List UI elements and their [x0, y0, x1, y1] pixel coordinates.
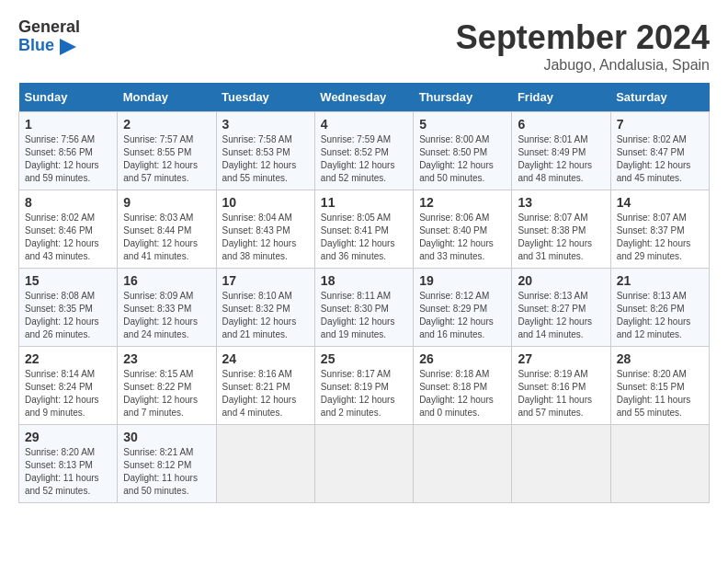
day-number: 4	[321, 117, 407, 132]
day-number: 14	[617, 195, 703, 210]
day-info: Sunrise: 8:13 AM Sunset: 8:26 PM Dayligh…	[617, 290, 703, 341]
calendar-week-row: 8 Sunrise: 8:02 AM Sunset: 8:46 PM Dayli…	[19, 190, 710, 269]
day-number: 20	[518, 273, 604, 288]
header-friday: Friday	[512, 83, 610, 112]
calendar-day-cell: 10 Sunrise: 8:04 AM Sunset: 8:43 PM Dayl…	[216, 190, 314, 269]
calendar-day-cell: 19 Sunrise: 8:12 AM Sunset: 8:29 PM Dayl…	[414, 269, 512, 347]
day-info: Sunrise: 8:01 AM Sunset: 8:49 PM Dayligh…	[518, 133, 604, 185]
day-info: Sunrise: 8:06 AM Sunset: 8:40 PM Dayligh…	[419, 212, 506, 263]
calendar-day-cell: 23 Sunrise: 8:15 AM Sunset: 8:22 PM Dayl…	[118, 347, 216, 425]
day-number: 3	[222, 117, 309, 132]
header-tuesday: Tuesday	[216, 83, 314, 112]
calendar-day-cell: 8 Sunrise: 8:02 AM Sunset: 8:46 PM Dayli…	[19, 190, 118, 269]
calendar-day-cell: 13 Sunrise: 8:07 AM Sunset: 8:38 PM Dayl…	[512, 190, 610, 269]
header-sunday: Sunday	[19, 83, 118, 112]
calendar-day-cell: 7 Sunrise: 8:02 AM Sunset: 8:47 PM Dayli…	[610, 112, 709, 190]
day-info: Sunrise: 7:56 AM Sunset: 8:56 PM Dayligh…	[25, 133, 111, 185]
calendar-day-cell: 6 Sunrise: 8:01 AM Sunset: 8:49 PM Dayli…	[512, 112, 610, 190]
day-number: 16	[123, 273, 210, 288]
day-info: Sunrise: 8:00 AM Sunset: 8:50 PM Dayligh…	[419, 133, 506, 185]
logo: General Blue	[18, 18, 80, 55]
calendar-week-row: 1 Sunrise: 7:56 AM Sunset: 8:56 PM Dayli…	[19, 112, 710, 190]
calendar-day-cell: 15 Sunrise: 8:08 AM Sunset: 8:35 PM Dayl…	[19, 269, 118, 347]
calendar-week-row: 15 Sunrise: 8:08 AM Sunset: 8:35 PM Dayl…	[19, 269, 710, 347]
day-number: 23	[123, 351, 210, 366]
day-number: 12	[419, 195, 506, 210]
calendar-day-cell: 4 Sunrise: 7:59 AM Sunset: 8:52 PM Dayli…	[314, 112, 413, 190]
calendar-day-cell	[414, 425, 512, 503]
calendar-day-cell: 28 Sunrise: 8:20 AM Sunset: 8:15 PM Dayl…	[610, 347, 709, 425]
day-number: 19	[419, 273, 506, 288]
day-info: Sunrise: 7:57 AM Sunset: 8:55 PM Dayligh…	[123, 133, 210, 185]
calendar-day-cell: 21 Sunrise: 8:13 AM Sunset: 8:26 PM Dayl…	[610, 269, 709, 347]
calendar-day-cell	[216, 425, 314, 503]
day-info: Sunrise: 8:03 AM Sunset: 8:44 PM Dayligh…	[123, 212, 210, 263]
day-number: 22	[25, 351, 111, 366]
day-number: 24	[222, 351, 309, 366]
calendar-day-cell: 17 Sunrise: 8:10 AM Sunset: 8:32 PM Dayl…	[216, 269, 314, 347]
day-number: 10	[222, 195, 309, 210]
day-info: Sunrise: 8:09 AM Sunset: 8:33 PM Dayligh…	[123, 290, 210, 341]
calendar-week-row: 22 Sunrise: 8:14 AM Sunset: 8:24 PM Dayl…	[19, 347, 710, 425]
header-saturday: Saturday	[610, 83, 709, 112]
day-info: Sunrise: 8:11 AM Sunset: 8:30 PM Dayligh…	[321, 290, 407, 341]
day-number: 28	[617, 351, 703, 366]
day-info: Sunrise: 7:58 AM Sunset: 8:53 PM Dayligh…	[222, 133, 309, 185]
day-number: 27	[518, 351, 604, 366]
calendar-day-cell	[314, 425, 413, 503]
header-thursday: Thursday	[414, 83, 512, 112]
day-info: Sunrise: 8:19 AM Sunset: 8:16 PM Dayligh…	[518, 368, 604, 419]
day-info: Sunrise: 8:02 AM Sunset: 8:47 PM Dayligh…	[617, 133, 703, 185]
day-info: Sunrise: 8:16 AM Sunset: 8:21 PM Dayligh…	[222, 368, 309, 419]
day-number: 11	[321, 195, 407, 210]
calendar-day-cell: 25 Sunrise: 8:17 AM Sunset: 8:19 PM Dayl…	[314, 347, 413, 425]
calendar-day-cell: 11 Sunrise: 8:05 AM Sunset: 8:41 PM Dayl…	[314, 190, 413, 269]
header: General Blue September 2024 Jabugo, Anda…	[18, 18, 710, 74]
day-number: 6	[518, 117, 604, 132]
calendar-day-cell: 14 Sunrise: 8:07 AM Sunset: 8:37 PM Dayl…	[610, 190, 709, 269]
day-number: 1	[25, 117, 111, 132]
calendar-day-cell: 3 Sunrise: 7:58 AM Sunset: 8:53 PM Dayli…	[216, 112, 314, 190]
header-wednesday: Wednesday	[314, 83, 413, 112]
calendar-day-cell: 1 Sunrise: 7:56 AM Sunset: 8:56 PM Dayli…	[19, 112, 118, 190]
calendar-day-cell: 24 Sunrise: 8:16 AM Sunset: 8:21 PM Dayl…	[216, 347, 314, 425]
day-info: Sunrise: 8:15 AM Sunset: 8:22 PM Dayligh…	[123, 368, 210, 419]
calendar-day-cell: 22 Sunrise: 8:14 AM Sunset: 8:24 PM Dayl…	[19, 347, 118, 425]
day-info: Sunrise: 8:20 AM Sunset: 8:13 PM Dayligh…	[25, 446, 111, 498]
day-info: Sunrise: 8:07 AM Sunset: 8:37 PM Dayligh…	[617, 212, 703, 263]
day-info: Sunrise: 8:18 AM Sunset: 8:18 PM Dayligh…	[419, 368, 506, 419]
calendar-table: Sunday Monday Tuesday Wednesday Thursday…	[18, 83, 710, 503]
calendar-week-row: 29 Sunrise: 8:20 AM Sunset: 8:13 PM Dayl…	[19, 425, 710, 503]
day-number: 5	[419, 117, 506, 132]
day-info: Sunrise: 8:08 AM Sunset: 8:35 PM Dayligh…	[25, 290, 111, 341]
day-number: 15	[25, 273, 111, 288]
location-title: Jabugo, Andalusia, Spain	[456, 57, 710, 74]
calendar-day-cell: 20 Sunrise: 8:13 AM Sunset: 8:27 PM Dayl…	[512, 269, 610, 347]
day-info: Sunrise: 8:12 AM Sunset: 8:29 PM Dayligh…	[419, 290, 506, 341]
day-number: 8	[25, 195, 111, 210]
svg-marker-0	[60, 39, 76, 55]
day-number: 17	[222, 273, 309, 288]
title-area: September 2024 Jabugo, Andalusia, Spain	[456, 18, 710, 74]
day-info: Sunrise: 7:59 AM Sunset: 8:52 PM Dayligh…	[321, 133, 407, 185]
month-title: September 2024	[456, 18, 710, 57]
day-info: Sunrise: 8:05 AM Sunset: 8:41 PM Dayligh…	[321, 212, 407, 263]
day-info: Sunrise: 8:21 AM Sunset: 8:12 PM Dayligh…	[123, 446, 210, 498]
calendar-day-cell	[610, 425, 709, 503]
day-number: 21	[617, 273, 703, 288]
calendar-day-cell: 5 Sunrise: 8:00 AM Sunset: 8:50 PM Dayli…	[414, 112, 512, 190]
calendar-day-cell: 29 Sunrise: 8:20 AM Sunset: 8:13 PM Dayl…	[19, 425, 118, 503]
day-number: 18	[321, 273, 407, 288]
calendar-day-cell: 9 Sunrise: 8:03 AM Sunset: 8:44 PM Dayli…	[118, 190, 216, 269]
calendar-day-cell: 2 Sunrise: 7:57 AM Sunset: 8:55 PM Dayli…	[118, 112, 216, 190]
day-number: 26	[419, 351, 506, 366]
day-info: Sunrise: 8:13 AM Sunset: 8:27 PM Dayligh…	[518, 290, 604, 341]
calendar-day-cell: 27 Sunrise: 8:19 AM Sunset: 8:16 PM Dayl…	[512, 347, 610, 425]
calendar-day-cell: 12 Sunrise: 8:06 AM Sunset: 8:40 PM Dayl…	[414, 190, 512, 269]
calendar-day-cell: 30 Sunrise: 8:21 AM Sunset: 8:12 PM Dayl…	[118, 425, 216, 503]
day-info: Sunrise: 8:07 AM Sunset: 8:38 PM Dayligh…	[518, 212, 604, 263]
calendar-day-cell: 18 Sunrise: 8:11 AM Sunset: 8:30 PM Dayl…	[314, 269, 413, 347]
day-info: Sunrise: 8:02 AM Sunset: 8:46 PM Dayligh…	[25, 212, 111, 263]
calendar-day-cell: 26 Sunrise: 8:18 AM Sunset: 8:18 PM Dayl…	[414, 347, 512, 425]
day-number: 25	[321, 351, 407, 366]
